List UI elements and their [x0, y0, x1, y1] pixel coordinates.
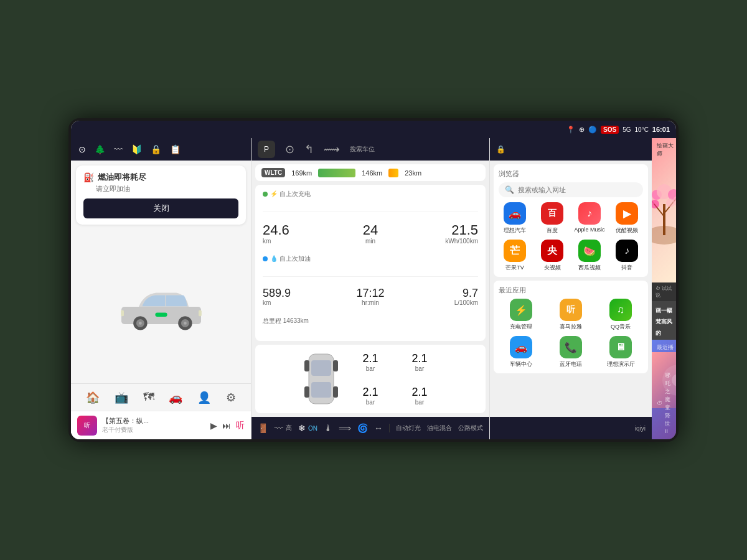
vent-control[interactable]: ⟹ [339, 423, 351, 433]
recent-apps-section: 最近应用 ⚡ 充电管理 听 喜马拉雅 ♫ QQ音乐 [494, 281, 648, 373]
cctv-icon: 央 [541, 240, 563, 262]
electric-dot [263, 192, 268, 197]
ai-hint: ⏱ 试试说 [652, 282, 676, 301]
svg-rect-9 [121, 310, 124, 316]
door-icon-control[interactable]: 🚪 [258, 423, 268, 433]
listen-button[interactable]: 听 [236, 420, 245, 431]
top-icons-bar: ⊙ 🌲 〰 🔰 🔒 📋 [71, 138, 251, 161]
fuel-distance-unit: km [263, 299, 333, 306]
app-car-center[interactable]: 🚗 车辆中心 [499, 336, 543, 368]
stat-efficiency-fuel: 9.7 L/100km [408, 282, 478, 312]
tire-fr-unit: bar [398, 365, 441, 372]
recently-played-card[interactable]: 最近播放 [652, 340, 676, 439]
clipboard-icon[interactable]: 📋 [170, 144, 181, 154]
wave-icon[interactable]: 〰 [114, 144, 123, 154]
close-button[interactable]: 关闭 [83, 198, 238, 218]
app-bluetooth-phone[interactable]: 📞 蓝牙电话 [548, 336, 593, 368]
tree-icon[interactable]: 🌲 [95, 144, 105, 154]
electric-efficiency-unit: kWh/100km [408, 238, 478, 245]
svg-point-3 [139, 322, 142, 325]
temp-label: 10°C [635, 126, 649, 133]
home-icon[interactable]: ⊙ [78, 144, 86, 154]
defrost-control[interactable]: 🌀 [357, 423, 368, 433]
app-baidu[interactable]: 百 百度 [536, 202, 568, 235]
tire-grid: 2.1 bar [299, 347, 441, 411]
recent-apps-grid: ⚡ 充电管理 听 喜马拉雅 ♫ QQ音乐 🚗 [499, 299, 643, 368]
browser-section: 浏览器 🔍 🚗 理想汽车 百 百度 [494, 164, 648, 277]
left-panel: ⊙ 🌲 〰 🔰 🔒 📋 ⛽ 燃油即将耗尽 请立即加油 关闭 [71, 138, 251, 439]
app-charging[interactable]: ⚡ 充电管理 [499, 299, 543, 331]
nav-apps[interactable]: ⚙ [226, 391, 236, 404]
app-xigua[interactable]: 🍉 西瓜视频 [573, 240, 606, 272]
fuel-warning-title: ⛽ 燃油即将耗尽 [83, 172, 238, 183]
app-lixiang[interactable]: 🚗 理想汽车 [499, 202, 531, 235]
right-top-label: 🔒 [496, 145, 505, 154]
fuel-time-value: 17:12 [336, 287, 406, 300]
sync-control[interactable]: ↔ [374, 423, 383, 433]
svg-rect-12 [311, 382, 331, 398]
app-youku[interactable]: ▶ 优酷视频 [611, 202, 643, 235]
stat-time-fuel: 17:12 hr:min [336, 282, 406, 312]
search-input[interactable] [518, 186, 637, 194]
mango-icon: 芒 [504, 240, 526, 262]
tire-fr-value: 2.1 [398, 352, 441, 365]
fuel-distance-value: 589.9 [263, 287, 333, 300]
main-screen: 📍 ⊕ 🔵 SOS 5G 10°C 16:01 ⊙ 🌲 〰 🔰 [71, 121, 676, 439]
electric-distance-value: 24.6 [263, 223, 333, 238]
electric-time-value: 24 [336, 223, 406, 238]
app-apple-music[interactable]: ♪ Apple Music [573, 202, 606, 235]
bt-icon: ⊕ [579, 126, 585, 134]
charging-icon: ⚡ [510, 299, 532, 321]
fuel-dot [263, 256, 268, 261]
car-illustration [111, 282, 211, 332]
youku-icon: ▶ [616, 202, 638, 225]
svg-rect-13 [304, 360, 309, 371]
app-mango[interactable]: 芒 芒果TV [499, 240, 531, 272]
person-icon[interactable]: 🔰 [131, 144, 142, 154]
fuel-warning-card: ⛽ 燃油即将耗尽 请立即加油 关闭 [76, 166, 246, 225]
music-title: 【第五卷：纵... [102, 416, 205, 426]
tire-fl-value: 2.1 [345, 352, 395, 365]
section2-header: 💧 自上次加油 [263, 252, 478, 277]
next-button[interactable]: ⏭ [222, 421, 231, 431]
stats-grid: ⚡ 自上次充电 24.6 km 24 min 21.5 kWh/100km [255, 185, 486, 341]
electric-range-label: 146km [362, 169, 382, 177]
search-icon: 🔍 [505, 185, 514, 194]
search-bar[interactable]: 🔍 [499, 182, 643, 197]
fan-speed-control[interactable]: 〰高 [275, 423, 292, 433]
parking-sensor-icon[interactable]: ⟿ [324, 142, 340, 156]
stat-distance-fuel: 589.9 km [263, 282, 333, 312]
parking-icon[interactable]: P [258, 141, 275, 158]
painting-card[interactable]: 绘画大师 [652, 138, 676, 282]
road-mode-control[interactable]: 公路模式 [458, 424, 483, 432]
painting-label: 绘画大师 [657, 142, 676, 158]
apple-music-icon: ♪ [578, 202, 601, 225]
park-label: 搜索车位 [350, 145, 375, 154]
steering-icon[interactable]: ⊙ [285, 142, 294, 156]
app-cctv[interactable]: 央 央视频 [536, 240, 568, 272]
hybrid-control[interactable]: 油电混合 [427, 424, 452, 432]
nav-map[interactable]: 🗺 [143, 391, 154, 404]
nav-profile[interactable]: 👤 [197, 391, 211, 404]
svg-rect-7 [155, 312, 167, 316]
app-himalaya[interactable]: 听 喜马拉雅 [548, 299, 593, 331]
play-button[interactable]: ▶ [210, 421, 217, 431]
tire-rl-unit: bar [345, 399, 395, 406]
auto-light-control[interactable]: 自动灯光 [396, 424, 421, 432]
fuel-efficiency-unit: L/100km [408, 299, 478, 306]
nav-media[interactable]: 📺 [115, 391, 128, 404]
lock-icon[interactable]: 🔒 [151, 144, 161, 154]
svg-point-27 [652, 200, 659, 208]
ac-control[interactable]: ❄ON [298, 423, 317, 433]
douyin-icon: ♪ [616, 240, 638, 262]
app-lixiang-showroom[interactable]: 🖥 理想演示厅 [598, 336, 643, 368]
app-qq-music[interactable]: ♫ QQ音乐 [598, 299, 643, 331]
app-douyin[interactable]: ♪ 抖音 [611, 240, 643, 272]
nav-home[interactable]: 🏠 [86, 391, 100, 404]
qq-music-label: QQ音乐 [611, 323, 631, 331]
nav-car[interactable]: 🚗 [169, 391, 182, 404]
svg-rect-16 [333, 386, 338, 398]
heat-control[interactable]: 🌡 [324, 423, 332, 433]
route-icon[interactable]: ↰ [304, 142, 314, 156]
baidu-label: 百度 [547, 226, 558, 235]
